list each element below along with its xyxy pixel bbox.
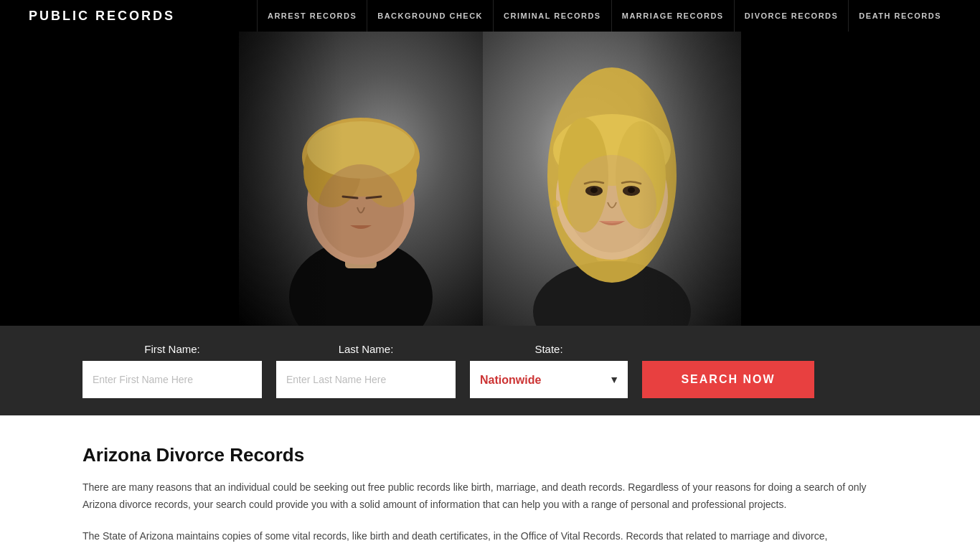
- state-select[interactable]: NationwideAlabamaAlaskaArizonaArkansasCa…: [470, 361, 628, 398]
- svg-point-22: [552, 200, 560, 207]
- state-select-wrapper: NationwideAlabamaAlaskaArizonaArkansasCa…: [470, 361, 628, 398]
- state-field: State: NationwideAlabamaAlaskaArizonaArk…: [470, 343, 628, 398]
- first-name-field: First Name:: [83, 343, 262, 398]
- nav-arrest-records[interactable]: ARREST RECORDS: [257, 0, 367, 32]
- nav-marriage-records[interactable]: MARRIAGE RECORDS: [611, 0, 734, 32]
- svg-point-20: [590, 187, 598, 193]
- main-content: Arizona Divorce Records There are many r…: [0, 415, 980, 551]
- site-logo: PUBLIC RECORDS: [29, 9, 175, 24]
- nav-criminal-records[interactable]: CRIMINAL RECORDS: [493, 0, 611, 32]
- search-now-button[interactable]: SEARCH NOW: [642, 361, 814, 398]
- svg-point-17: [567, 155, 656, 253]
- state-label: State:: [470, 343, 628, 355]
- svg-point-21: [628, 187, 635, 193]
- content-paragraph-2: The State of Arizona maintains copies of…: [83, 528, 897, 545]
- hero-section: [0, 32, 980, 326]
- first-name-input[interactable]: [83, 361, 262, 398]
- svg-line-9: [367, 197, 381, 198]
- nav-divorce-records[interactable]: DIVORCE RECORDS: [734, 0, 849, 32]
- hero-image-left: [239, 32, 483, 326]
- hero-image: [239, 32, 741, 326]
- nav-death-records[interactable]: DEATH RECORDS: [848, 0, 951, 32]
- svg-point-7: [318, 164, 404, 258]
- last-name-field: Last Name:: [276, 343, 456, 398]
- last-name-label: Last Name:: [276, 343, 456, 355]
- first-name-label: First Name:: [83, 343, 262, 355]
- nav-background-check[interactable]: BACKGROUND CHECK: [367, 0, 493, 32]
- search-section: First Name: Last Name: State: Nationwide…: [0, 326, 980, 415]
- page-title: Arizona Divorce Records: [83, 444, 897, 466]
- main-nav: ARREST RECORDS BACKGROUND CHECK CRIMINAL…: [257, 0, 951, 32]
- svg-line-8: [343, 197, 357, 198]
- content-paragraph-1: There are many reasons that an individua…: [83, 479, 897, 514]
- header: PUBLIC RECORDS ARREST RECORDS BACKGROUND…: [0, 0, 980, 32]
- hero-image-right: [483, 32, 741, 326]
- last-name-input[interactable]: [276, 361, 456, 398]
